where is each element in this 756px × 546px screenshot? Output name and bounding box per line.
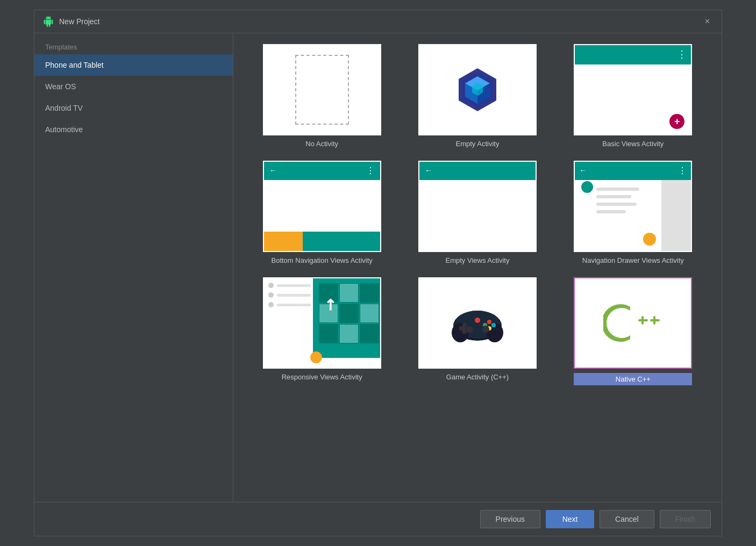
game-activity-preview: [418, 277, 537, 369]
dialog-content: Templates Phone and Tablet Wear OS Andro…: [34, 33, 722, 502]
svg-point-19: [467, 327, 472, 332]
ndva-lines: [596, 188, 639, 218]
responsive-views-preview: ↗: [263, 277, 381, 369]
eva-back-icon: ←: [425, 166, 432, 175]
android-icon: [43, 16, 54, 27]
bva-toolbar: ⋮: [575, 44, 691, 64]
rva-fab: [310, 351, 322, 363]
svg-rect-23: [641, 316, 644, 325]
template-native-cpp[interactable]: Native C++: [561, 277, 705, 385]
basic-views-label: Basic Views Activity: [602, 140, 664, 148]
ndva-back-icon: ←: [579, 166, 587, 175]
sidebar-section-label: Templates: [34, 38, 233, 54]
bnva-tab-1: [264, 232, 303, 252]
bottom-nav-label: Bottom Navigation Views Activity: [271, 256, 372, 264]
sidebar-item-android-tv[interactable]: Android TV: [34, 97, 233, 119]
game-activity-label: Game Activity (C++): [446, 373, 509, 381]
bva-fab-button: +: [669, 114, 684, 129]
templates-grid: No Activity: [233, 33, 722, 502]
empty-activity-hex-icon: [453, 66, 502, 114]
new-project-dialog: New Project × Templates Phone and Tablet…: [34, 10, 722, 536]
bnva-toolbar: ← ⋮: [264, 161, 380, 180]
native-cpp-mockup: [575, 277, 691, 369]
responsive-views-mockup: ↗: [264, 277, 380, 369]
empty-activity-label: Empty Activity: [456, 140, 500, 148]
ndva-circle: [581, 181, 593, 193]
titlebar: New Project ×: [34, 10, 722, 33]
no-activity-dashed-box: [295, 55, 349, 125]
ndva-dots-icon: ⋮: [678, 166, 687, 176]
rva-grid-panel: ↗: [313, 277, 380, 358]
bnva-bottom-bar: [264, 232, 380, 252]
empty-views-preview: ←: [418, 161, 537, 252]
eva-toolbar: ←: [419, 161, 536, 180]
responsive-views-label: Responsive Views Activity: [282, 373, 362, 381]
template-basic-views-activity[interactable]: ⋮ + Basic Views Activity: [561, 44, 705, 148]
close-button[interactable]: ×: [702, 16, 713, 27]
rva-list-panel: [264, 277, 315, 369]
template-responsive-views[interactable]: ↗ Responsive Views Activity: [249, 277, 394, 385]
sidebar-item-phone-tablet[interactable]: Phone and Tablet: [34, 54, 233, 76]
ndva-side-panel: [661, 180, 691, 252]
bnva-tab-2: [303, 232, 341, 252]
bnva-tab-3: [341, 232, 380, 252]
bottom-nav-mockup: ← ⋮: [264, 161, 380, 252]
previous-button[interactable]: Previous: [480, 510, 540, 528]
finish-button[interactable]: Finish: [660, 510, 711, 528]
basic-views-preview: ⋮ +: [574, 44, 692, 135]
nav-drawer-label: Navigation Drawer Views Activity: [582, 256, 684, 264]
svg-point-13: [487, 320, 491, 324]
bva-dots-icon: ⋮: [677, 48, 687, 60]
titlebar-left: New Project: [43, 16, 99, 27]
cpp-logo-icon: [603, 299, 662, 347]
game-activity-mockup: [419, 277, 536, 369]
template-empty-activity[interactable]: Empty Activity: [405, 44, 550, 148]
ndva-toolbar: ← ⋮: [575, 161, 691, 180]
svg-rect-25: [653, 316, 655, 325]
nav-drawer-mockup: ← ⋮: [575, 161, 691, 252]
template-no-activity[interactable]: No Activity: [249, 44, 394, 148]
cancel-button[interactable]: Cancel: [600, 510, 654, 528]
native-cpp-preview: [574, 277, 692, 369]
sidebar-item-wear-os[interactable]: Wear OS: [34, 76, 233, 97]
svg-point-14: [491, 323, 496, 327]
empty-views-mockup: ←: [419, 161, 536, 252]
template-navigation-drawer[interactable]: ← ⋮ Navigation Drawe: [561, 161, 705, 264]
dialog-footer: Previous Next Cancel Finish: [34, 502, 722, 536]
bnva-back-icon: ←: [269, 166, 277, 175]
empty-views-label: Empty Views Activity: [446, 256, 510, 264]
svg-point-17: [475, 318, 480, 323]
basic-views-mockup: ⋮ +: [575, 44, 691, 135]
nav-drawer-preview: ← ⋮: [574, 161, 692, 252]
native-cpp-label: Native C++: [574, 373, 692, 385]
sidebar: Templates Phone and Tablet Wear OS Andro…: [34, 33, 233, 502]
no-activity-label: No Activity: [305, 140, 338, 148]
empty-activity-preview: [418, 44, 537, 135]
gamepad-icon: [451, 301, 504, 344]
template-empty-views-activity[interactable]: ← Empty Views Activity: [405, 161, 550, 264]
template-bottom-navigation[interactable]: ← ⋮ Bottom Navigation Views Activity: [249, 161, 394, 264]
svg-point-21: [483, 327, 488, 332]
template-game-activity[interactable]: Game Activity (C++): [405, 277, 550, 385]
dialog-title: New Project: [59, 17, 99, 26]
next-button[interactable]: Next: [546, 510, 594, 528]
bottom-nav-preview: ← ⋮: [263, 161, 381, 252]
ndva-fab: [643, 233, 656, 246]
sidebar-item-automotive[interactable]: Automotive: [34, 119, 233, 140]
no-activity-preview: [263, 44, 381, 135]
bnva-dots-icon: ⋮: [366, 166, 375, 176]
